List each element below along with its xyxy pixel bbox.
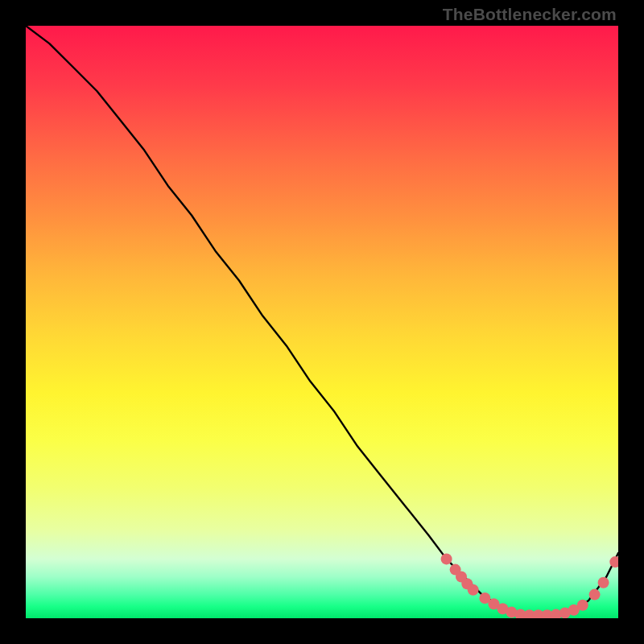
- plot-area: [26, 26, 618, 618]
- chart-frame: TheBottlenecker.com: [0, 0, 644, 644]
- marker-group: [441, 553, 618, 618]
- data-marker: [589, 589, 601, 601]
- chart-svg: [26, 26, 618, 618]
- data-marker: [598, 577, 609, 588]
- data-marker: [577, 600, 588, 611]
- data-marker: [468, 584, 479, 596]
- bottleneck-curve: [26, 26, 618, 615]
- watermark-text: TheBottlenecker.com: [443, 5, 617, 24]
- data-marker: [441, 553, 452, 564]
